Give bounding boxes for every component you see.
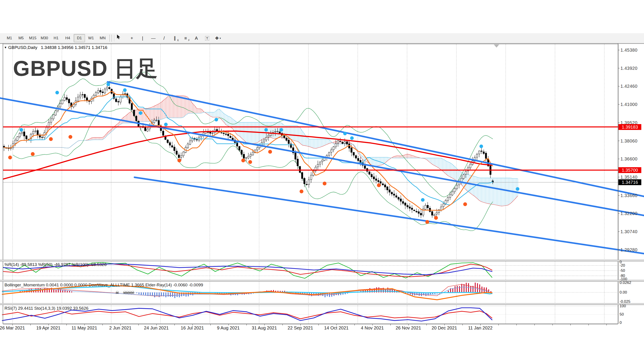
wpr-indicator-label: %R(14) -89.5813 %R(50) -46.9787 %R(100) …	[4, 262, 106, 267]
date-axis-label: 24 Jun 2021	[144, 325, 168, 330]
rsi-axis-label: 0	[620, 320, 622, 325]
price-tick-label: 1.36600	[620, 156, 638, 161]
collapse-icon[interactable]: ▼	[4, 46, 7, 49]
date-axis-label: 11 May 2021	[72, 325, 97, 330]
price-tick-label: 1.30740	[620, 229, 638, 234]
date-axis-label: 19 Apr 2021	[36, 325, 60, 330]
symbol-ohlc-header[interactable]: ▼ GBPUSD,Daily 1.34838 1.34956 1.34571 1…	[4, 45, 107, 50]
momentum-indicator-label: Bollinger_Momentum 0.0041 0.0000 0.0000 …	[4, 283, 203, 287]
price-tick-label: 1.42460	[620, 84, 638, 89]
symbol-label: GBPUSD,Daily	[8, 45, 38, 50]
date-axis-label: 31 Aug 2021	[252, 325, 277, 330]
rsi-axis-label: 100	[620, 304, 626, 308]
price-tick-label: 1.35140	[620, 174, 638, 179]
price-tick-label: 1.29280	[620, 247, 638, 252]
price-alert-tag: 1.35700	[618, 167, 641, 173]
window-separator-3[interactable]	[0, 303, 644, 305]
date-axis-label: 14 Oct 2021	[324, 325, 348, 330]
momentum-axis-label: -0.025	[620, 299, 630, 304]
wpr-axis-label: -20	[620, 263, 625, 268]
date-axis-label: 22 Sep 2021	[288, 325, 313, 330]
window-separator-2[interactable]	[0, 280, 644, 282]
window-separator-1[interactable]	[0, 260, 644, 261]
price-tick-label: 1.38060	[620, 138, 638, 143]
momentum-axis-label: 0.00	[620, 290, 627, 295]
rsi-panel-frame	[3, 305, 618, 324]
price-alert-tag: 1.39183	[618, 124, 641, 130]
rsi-axis-label: 50	[620, 312, 624, 317]
date-axis-label: 20 Dec 2021	[432, 325, 457, 330]
price-tick-label: 1.32200	[620, 211, 638, 216]
date-axis-label: 2 Jun 2021	[109, 325, 131, 330]
wpr-axis-label: -50	[620, 268, 625, 273]
price-tick-label: 1.43920	[620, 66, 638, 71]
date-axis-label: 4 Nov 2021	[361, 325, 384, 330]
date-axis-label: 26 Nov 2021	[396, 325, 421, 330]
price-tick-label: 1.33660	[620, 193, 638, 198]
chart-watermark-title: GBPUSD 日足	[13, 54, 158, 83]
current-price-tag: 1.34716	[618, 179, 641, 185]
ohlc-values: 1.34838 1.34956 1.34571 1.34716	[41, 45, 107, 50]
date-axis-label: 11 Jan 2022	[468, 325, 492, 330]
metatrader-window: { "toolbar": { "timeframes": [ {"label":…	[0, 0, 644, 362]
date-axis-label: 26 Mar 2021	[0, 325, 25, 330]
date-axis-label: 16 Jul 2021	[181, 325, 204, 330]
price-tick-label: 1.41000	[620, 102, 638, 107]
date-axis-label: 9 Aug 2021	[217, 325, 240, 330]
rsi-indicator-label: RSI(7) 29.4411 Sto(14,3,3) 19.0392 33.56…	[4, 306, 88, 311]
price-tick-label: 1.45380	[620, 48, 638, 53]
momentum-axis-label: 0.0262	[620, 281, 631, 285]
